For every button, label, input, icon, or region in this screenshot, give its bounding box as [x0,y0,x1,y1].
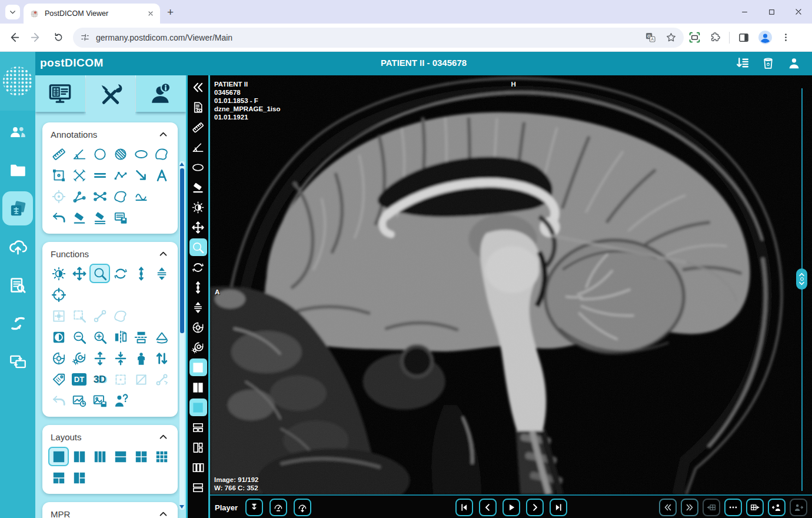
circle-hatched-icon[interactable] [110,144,131,164]
ruler-icon[interactable] [48,144,69,164]
cross-measure-icon[interactable] [69,165,89,185]
layout-2x1-outline-icon[interactable] [189,479,207,496]
sidebar-item-remote-sessions[interactable] [2,344,33,378]
collapse-chevron-icon[interactable] [158,432,168,442]
layout-left-2-icon[interactable] [69,468,89,487]
collapse-panel-icon[interactable] [189,78,207,96]
previous-display-set-button[interactable] [703,499,720,516]
speed-increase-button[interactable] [294,499,311,516]
ruler-icon[interactable] [189,118,207,136]
last-image-button[interactable] [550,499,567,516]
minimize-button[interactable] [731,0,758,24]
image-save-icon[interactable] [89,391,110,410]
layout-1-2-outline-icon[interactable] [189,419,207,436]
three-d-icon[interactable]: 3D [89,370,110,389]
zoom-in-icon[interactable] [89,327,110,347]
scroll-up-arrow-icon[interactable] [179,162,184,166]
tag-icon[interactable] [48,370,69,389]
angle-3point-icon[interactable] [69,187,89,206]
collapse-chevron-icon[interactable] [158,249,168,259]
panel-tools-tab[interactable] [86,75,136,114]
localizer-icon[interactable] [48,285,69,304]
stack-scroll-icon[interactable] [189,298,207,316]
next-series-button[interactable] [681,499,698,516]
stack-scroll-icon[interactable] [151,264,172,283]
sharing-icon[interactable] [9,314,27,333]
layout-1x3-icon[interactable] [89,447,110,466]
panel-viewer-settings-tab[interactable] [35,75,85,112]
reset-window-level-icon[interactable] [69,348,89,368]
flip-vertical-icon[interactable] [131,327,151,347]
collapse-vertical-icon[interactable] [110,348,131,368]
angle-icon[interactable] [69,144,89,164]
image-viewer-icon[interactable] [9,200,27,218]
sidebar-item-sharing[interactable] [2,306,33,340]
eraser-icon[interactable] [189,178,207,196]
spline-wave-icon[interactable] [131,187,151,206]
patient-query-icon[interactable] [110,391,131,410]
image-layout-1x2-icon[interactable] [189,378,207,396]
translate-icon[interactable]: GA [645,32,656,43]
zoom-icon[interactable] [89,264,110,283]
profile-avatar[interactable] [758,30,773,45]
cobb-angle-icon[interactable] [89,187,110,206]
layout-1x1-icon[interactable] [48,447,69,466]
previous-image-button[interactable] [479,499,497,516]
rect-roi-icon[interactable] [48,165,69,185]
sidebar-item-order-worklist[interactable] [2,268,33,302]
parallel-lines-icon[interactable] [89,165,110,185]
scroll-vertical-icon[interactable] [131,264,151,283]
reset-icon[interactable] [189,318,207,336]
ellipse-icon[interactable] [131,144,151,164]
angle-icon[interactable] [189,138,207,156]
tab-close-icon[interactable] [147,10,154,17]
panel-scrollbar[interactable] [179,161,185,510]
rotate-flip-icon[interactable] [151,327,172,347]
report-view-icon[interactable] [189,98,207,116]
freehand-icon[interactable] [151,144,172,164]
previous-patient-button[interactable] [768,499,786,516]
new-tab-button[interactable]: + [167,6,174,19]
tools-tab-icon[interactable] [99,83,122,107]
bone-tool-icon[interactable] [151,370,172,389]
side-panel-icon[interactable] [738,32,750,44]
closed-freehand-icon[interactable] [110,187,131,206]
account-icon[interactable] [787,56,801,71]
zoom-region-icon[interactable] [69,306,89,326]
sidebar-item-cloud-upload[interactable] [2,230,33,264]
layout-2x1-icon[interactable] [110,447,131,466]
next-image-button[interactable] [526,499,544,516]
sidebar-item-image-viewer[interactable] [2,191,33,225]
image-layout-1x1-icon[interactable] [189,358,207,376]
close-window-button[interactable] [785,0,812,24]
order-worklist-icon[interactable] [9,276,27,294]
collapse-chevron-icon[interactable] [158,130,168,140]
layout-1x3-outline-icon[interactable] [189,459,207,476]
layout-left-2-outline-icon[interactable] [189,439,207,456]
previous-series-button[interactable] [659,499,677,516]
series-layout-1x1-icon[interactable] [189,399,207,416]
image-scrollbar-track[interactable] [801,88,803,491]
sidebar-item-folder-list[interactable] [2,153,33,187]
panel-scrollbar-thumb[interactable] [180,168,184,333]
recycle-bin-icon[interactable] [761,56,776,71]
next-patient-button[interactable] [790,499,807,516]
dicom-tags-icon[interactable]: DT [69,370,89,389]
save-annotations-icon[interactable] [110,208,131,227]
sort-images-icon[interactable] [151,348,172,368]
layout-2x2-icon[interactable] [131,447,151,466]
sidebar-item-patient-list[interactable] [2,115,33,149]
image-history-icon[interactable] [69,391,89,410]
reset-window-level-icon[interactable] [189,338,207,356]
patient-orientation-icon[interactable] [131,348,151,368]
folder-list-icon[interactable] [9,161,27,180]
arrow-icon[interactable] [131,165,151,185]
back-button[interactable] [5,29,22,47]
next-display-set-button[interactable] [746,499,764,516]
freehand-region-icon[interactable] [110,306,131,326]
viewer-settings-tab-icon[interactable] [48,82,72,105]
image-viewport[interactable]: PATIENT II 0345678 01.01.1853 - F dzne_M… [210,75,812,494]
reload-button[interactable] [49,29,67,47]
text-annotation-icon[interactable] [151,165,172,185]
window-level-icon[interactable] [189,198,207,216]
